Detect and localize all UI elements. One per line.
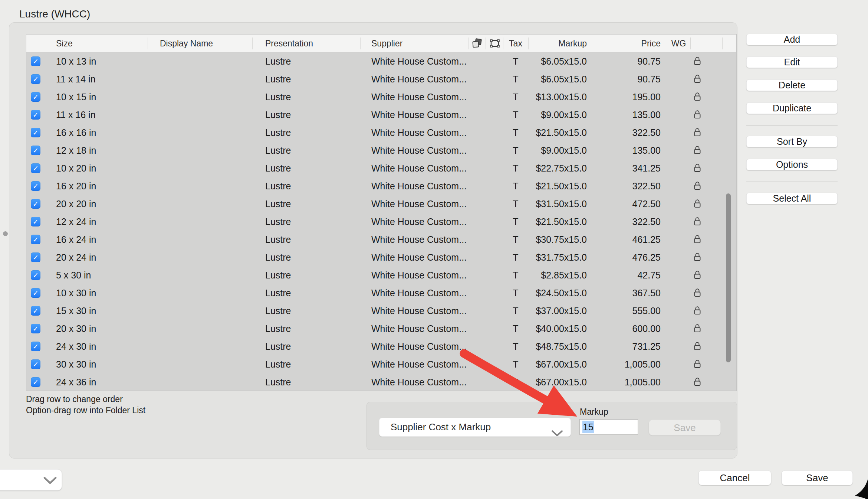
markup-input[interactable]: 15 <box>579 419 638 435</box>
lock-icon <box>693 306 701 317</box>
table-row[interactable]: ✓12 x 18 inLustreWhite House Custom...T$… <box>26 141 736 159</box>
add-button[interactable]: Add <box>746 34 838 45</box>
cell-markup: $24.50x15.0 <box>536 288 587 299</box>
table-row[interactable]: ✓10 x 15 inLustreWhite House Custom...T$… <box>26 88 736 106</box>
table-row[interactable]: ✓20 x 24 inLustreWhite House Custom...T$… <box>26 248 736 266</box>
cell-presentation: Lustre <box>265 306 291 316</box>
table-row[interactable]: ✓20 x 30 inLustreWhite House Custom...T$… <box>26 320 736 337</box>
table-row[interactable]: ✓11 x 16 inLustreWhite House Custom...T$… <box>26 106 736 124</box>
table-row[interactable]: ✓12 x 24 inLustreWhite House Custom...T$… <box>26 213 736 231</box>
row-checkbox[interactable]: ✓ <box>31 110 40 120</box>
cell-presentation: Lustre <box>265 127 291 138</box>
cell-markup: $21.50x15.0 <box>536 216 587 227</box>
cell-price: 322.50 <box>632 127 661 138</box>
cell-presentation: Lustre <box>265 56 291 67</box>
row-checkbox[interactable]: ✓ <box>31 163 40 173</box>
row-checkbox[interactable]: ✓ <box>31 324 40 333</box>
table-row[interactable]: ✓11 x 14 inLustreWhite House Custom...T$… <box>26 70 736 88</box>
side-divider <box>746 125 838 126</box>
table-row[interactable]: ✓16 x 24 inLustreWhite House Custom...T$… <box>26 231 736 248</box>
cell-presentation: Lustre <box>265 323 291 334</box>
cell-markup: $22.75x15.0 <box>536 163 587 174</box>
bottom-left-dropdown[interactable] <box>0 469 62 490</box>
table-row[interactable]: ✓5 x 30 inLustreWhite House Custom...T$2… <box>26 266 736 284</box>
pricing-method-dropdown[interactable]: Supplier Cost x Markup <box>379 418 571 437</box>
cell-tax: T <box>503 288 528 299</box>
table-row[interactable]: ✓16 x 16 inLustreWhite House Custom...T$… <box>26 124 736 141</box>
chevron-down-icon <box>43 476 57 486</box>
cell-size: 15 x 30 in <box>56 306 96 316</box>
cell-supplier: White House Custom... <box>371 288 467 299</box>
cell-size: 24 x 36 in <box>56 377 96 388</box>
row-checkbox[interactable]: ✓ <box>31 92 40 102</box>
table-row[interactable]: ✓10 x 20 inLustreWhite House Custom...T$… <box>26 159 736 177</box>
cell-tax: T <box>503 92 528 102</box>
row-checkbox[interactable]: ✓ <box>31 217 40 226</box>
side-divider <box>746 182 838 182</box>
row-checkbox[interactable]: ✓ <box>31 199 40 209</box>
cell-supplier: White House Custom... <box>371 341 467 352</box>
row-checkbox[interactable]: ✓ <box>31 377 40 387</box>
cell-tax: T <box>503 306 528 316</box>
save-button[interactable]: Save <box>782 470 853 485</box>
lock-icon <box>693 56 701 68</box>
markup-save-button[interactable]: Save <box>649 420 721 436</box>
table-row[interactable]: ✓24 x 36 inLustreWhite House Custom...T$… <box>26 373 736 391</box>
cell-supplier: White House Custom... <box>371 145 467 156</box>
row-checkbox[interactable]: ✓ <box>31 306 40 316</box>
edit-button[interactable]: Edit <box>746 56 838 68</box>
sort-by-button[interactable]: Sort By <box>746 136 838 147</box>
vertical-scrollbar-thumb[interactable] <box>726 193 731 362</box>
chevron-down-icon <box>551 424 563 443</box>
cell-markup: $9.00x15.0 <box>541 145 587 156</box>
cell-presentation: Lustre <box>265 359 291 370</box>
header-supplier: Supplier <box>371 39 402 49</box>
column-divider <box>590 37 590 49</box>
cell-price: 600.00 <box>632 323 661 334</box>
row-checkbox[interactable]: ✓ <box>31 252 40 262</box>
cell-size: 11 x 16 in <box>56 110 96 120</box>
cell-size: 20 x 24 in <box>56 252 96 263</box>
row-checkbox[interactable]: ✓ <box>31 74 40 84</box>
row-checkbox[interactable]: ✓ <box>31 56 40 66</box>
cell-markup: $67.00x15.0 <box>536 359 587 370</box>
table-row[interactable]: ✓16 x 20 inLustreWhite House Custom...T$… <box>26 177 736 195</box>
cancel-button[interactable]: Cancel <box>698 470 771 485</box>
row-checkbox[interactable]: ✓ <box>31 181 40 191</box>
table-row[interactable]: ✓10 x 30 inLustreWhite House Custom...T$… <box>26 284 736 302</box>
cell-tax: T <box>503 359 528 370</box>
header-presentation: Presentation <box>265 39 313 49</box>
cell-size: 10 x 13 in <box>56 56 96 67</box>
table-row[interactable]: ✓15 x 30 inLustreWhite House Custom...T$… <box>26 302 736 320</box>
row-checkbox[interactable]: ✓ <box>31 288 40 298</box>
lock-icon <box>693 341 701 353</box>
cell-supplier: White House Custom... <box>371 270 467 281</box>
lock-icon <box>693 252 701 264</box>
select-all-button[interactable]: Select All <box>746 193 838 204</box>
cell-size: 12 x 18 in <box>56 145 96 156</box>
table-row[interactable]: ✓10 x 13 inLustreWhite House Custom...T$… <box>26 52 736 70</box>
options-button[interactable]: Options <box>746 159 838 170</box>
table-row[interactable]: ✓30 x 30 inLustreWhite House Custom...T$… <box>26 355 736 373</box>
cell-tax: T <box>503 163 528 174</box>
delete-button[interactable]: Delete <box>746 79 838 91</box>
table-row[interactable]: ✓24 x 30 inLustreWhite House Custom...T$… <box>26 337 736 355</box>
row-checkbox[interactable]: ✓ <box>31 342 40 351</box>
table-row[interactable]: ✓20 x 20 inLustreWhite House Custom...T$… <box>26 195 736 213</box>
duplicate-button[interactable]: Duplicate <box>746 102 838 114</box>
table-rows: ✓10 x 13 inLustreWhite House Custom...T$… <box>26 52 736 391</box>
row-checkbox[interactable]: ✓ <box>31 235 40 244</box>
row-checkbox[interactable]: ✓ <box>31 128 40 137</box>
cell-price: 42.75 <box>637 270 661 281</box>
column-divider <box>468 37 468 49</box>
lock-icon <box>693 377 701 388</box>
row-checkbox[interactable]: ✓ <box>31 359 40 369</box>
cell-size: 10 x 15 in <box>56 92 96 102</box>
cell-size: 16 x 16 in <box>56 127 96 138</box>
cell-size: 10 x 20 in <box>56 163 96 174</box>
row-checkbox[interactable]: ✓ <box>31 146 40 155</box>
row-checkbox[interactable]: ✓ <box>31 270 40 280</box>
cell-size: 20 x 30 in <box>56 323 96 334</box>
lock-icon <box>693 323 701 335</box>
header-size: Size <box>56 39 73 49</box>
